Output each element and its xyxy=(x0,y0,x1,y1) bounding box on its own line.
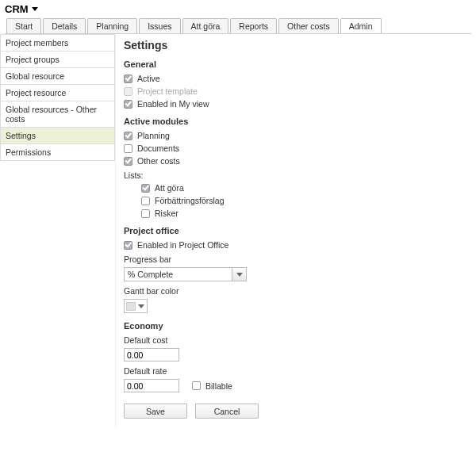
checkbox-documents[interactable] xyxy=(124,144,132,153)
project-title-dropdown[interactable]: CRM xyxy=(5,3,471,15)
checkbox-project-template xyxy=(124,87,132,96)
label-default-cost: Default cost xyxy=(124,335,468,345)
sidebar-item-project-resource[interactable]: Project resource xyxy=(0,85,115,101)
label-other-costs: Other costs xyxy=(137,156,180,166)
select-progress-value: % Complete xyxy=(125,270,232,279)
color-swatch-icon xyxy=(126,302,136,311)
sidebar-item-global-resource[interactable]: Global resource xyxy=(0,68,115,85)
tab-planning[interactable]: Planning xyxy=(87,18,137,33)
chevron-down-icon xyxy=(32,7,38,11)
sidebar-item-project-groups[interactable]: Project groups xyxy=(0,52,115,68)
checkbox-active[interactable] xyxy=(124,75,132,83)
chevron-down-icon xyxy=(232,268,246,281)
chevron-down-icon xyxy=(138,304,144,308)
label-project-template: Project template xyxy=(137,86,198,96)
tab-admin[interactable]: Admin xyxy=(340,18,382,33)
label-active: Active xyxy=(137,74,160,83)
label-documents: Documents xyxy=(137,143,179,153)
checkbox-planning[interactable] xyxy=(124,132,132,140)
sidebar-item-global-other-costs[interactable]: Global resources - Other costs xyxy=(0,101,115,128)
save-button[interactable]: Save xyxy=(124,404,187,419)
checkbox-list-att-gora[interactable] xyxy=(141,184,150,193)
section-active-modules: Active modules xyxy=(124,117,468,126)
input-default-cost[interactable] xyxy=(124,348,179,361)
sidebar-item-settings[interactable]: Settings xyxy=(0,128,115,144)
tab-start[interactable]: Start xyxy=(6,18,41,33)
section-economy: Economy xyxy=(124,321,468,331)
cancel-button[interactable]: Cancel xyxy=(195,404,259,419)
label-default-rate: Default rate xyxy=(124,366,468,376)
label-enabled-my-view: Enabled in My view xyxy=(137,99,209,109)
label-list-forbattring: Förbättringsförslag xyxy=(155,196,225,205)
label-list-att-gora: Att göra xyxy=(155,183,184,193)
project-title: CRM xyxy=(5,3,29,15)
label-list-risker: Risker xyxy=(155,208,178,218)
tab-details[interactable]: Details xyxy=(43,18,86,33)
label-lists: Lists: xyxy=(124,170,468,180)
page-title: Settings xyxy=(124,39,468,52)
section-general: General xyxy=(124,59,468,69)
checkbox-other-costs[interactable] xyxy=(124,157,132,166)
settings-panel: Settings General Active Project template… xyxy=(115,34,476,426)
checkbox-enabled-project-office[interactable] xyxy=(124,241,132,250)
checkbox-billable[interactable] xyxy=(192,381,201,390)
input-default-rate[interactable] xyxy=(124,379,179,392)
label-planning: Planning xyxy=(137,131,170,140)
select-progress-bar[interactable]: % Complete xyxy=(124,267,247,281)
sidebar-item-permissions[interactable]: Permissions xyxy=(0,144,115,161)
tab-att-gora[interactable]: Att göra xyxy=(182,18,229,33)
label-enabled-project-office: Enabled in Project Office xyxy=(137,240,228,250)
admin-sidebar: Project members Project groups Global re… xyxy=(0,34,115,426)
checkbox-enabled-my-view[interactable] xyxy=(124,100,132,109)
label-gantt-color: Gantt bar color xyxy=(124,286,468,296)
label-billable: Billable xyxy=(205,381,232,391)
tab-reports[interactable]: Reports xyxy=(230,18,277,33)
tab-other-costs[interactable]: Other costs xyxy=(278,18,339,33)
tab-issues[interactable]: Issues xyxy=(139,18,180,33)
main-tabs: Start Details Planning Issues Att göra R… xyxy=(5,18,471,34)
select-gantt-color[interactable] xyxy=(124,299,148,313)
checkbox-list-forbattring[interactable] xyxy=(141,197,150,205)
sidebar-item-project-members[interactable]: Project members xyxy=(0,34,115,52)
section-project-office: Project office xyxy=(124,226,468,235)
label-progress-bar: Progress bar xyxy=(124,254,468,264)
checkbox-list-risker[interactable] xyxy=(141,209,150,218)
